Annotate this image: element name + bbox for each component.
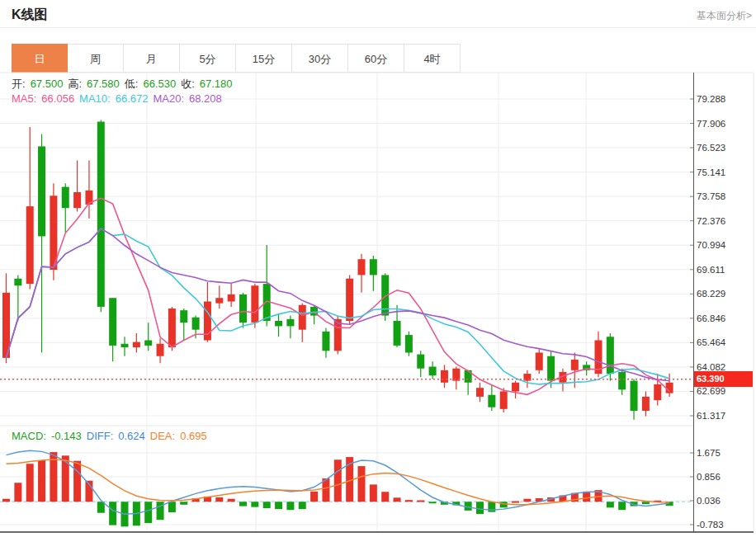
- candle-body: [654, 384, 661, 400]
- legend-value: 67.580: [87, 78, 120, 90]
- y-axis-label: 76.523: [697, 143, 725, 153]
- macd-bar: [334, 459, 342, 502]
- candle-body: [536, 352, 543, 370]
- macd-bar: [286, 502, 294, 510]
- ma10-line: [7, 228, 670, 384]
- legend-label: 高:: [68, 78, 82, 90]
- macd-bar: [394, 497, 401, 502]
- macd-bar: [299, 502, 306, 509]
- legend-label: MACD:: [12, 430, 46, 442]
- candle-body: [180, 310, 187, 323]
- candle-body: [228, 294, 235, 302]
- ohlc-legend: 开:67.500高:67.580低:66.530收:67.180: [12, 77, 238, 92]
- candle-body: [38, 146, 45, 236]
- candle-body: [500, 391, 508, 408]
- legend-label: DIFF:: [87, 430, 114, 442]
- candle-body: [405, 335, 413, 352]
- macd-bar: [429, 502, 437, 503]
- legend-value: 67.500: [31, 78, 64, 90]
- macd-legend: MACD:-0.143DIFF:0.624DEA:0.695: [12, 430, 212, 442]
- macd-bar: [215, 497, 223, 502]
- y-axis-label: 72.376: [697, 216, 725, 226]
- ma-legend: MA5:66.056MA10:66.672MA20:68.208: [12, 92, 227, 105]
- legend-value: 66.530: [143, 78, 176, 90]
- legend-value: -0.143: [51, 430, 82, 442]
- macd-bar: [239, 502, 247, 506]
- candle-body: [299, 305, 306, 330]
- macd-bar: [476, 502, 484, 514]
- y-axis-label: 66.846: [697, 313, 725, 323]
- legend-label: 低:: [125, 78, 139, 90]
- legend-value: 0.624: [118, 430, 145, 442]
- legend-value: 66.672: [116, 92, 149, 105]
- candle-body: [73, 192, 81, 208]
- ma5-line: [7, 198, 670, 394]
- legend-value: 66.056: [41, 92, 74, 105]
- candle-body: [157, 344, 164, 356]
- y-axis-label: 68.229: [697, 289, 725, 299]
- y-axis-label: 69.611: [697, 265, 725, 275]
- macd-bar: [14, 483, 21, 502]
- legend-label: MA5:: [12, 92, 36, 105]
- candle-body: [109, 298, 116, 346]
- candle-body: [488, 395, 495, 407]
- macd-bar: [512, 502, 519, 503]
- candle-body: [441, 370, 448, 383]
- candle-body: [14, 279, 21, 286]
- legend-value: 0.695: [180, 430, 207, 442]
- legend-label: MA20:: [153, 92, 184, 105]
- macd-bar: [417, 501, 424, 502]
- candle-body: [275, 321, 282, 326]
- legend-value: 68.208: [189, 92, 222, 105]
- y-axis-label: 77.906: [697, 119, 725, 129]
- macd-bar: [405, 500, 413, 502]
- candle-body: [631, 381, 638, 411]
- y-axis-label: 73.758: [697, 191, 725, 201]
- candle-body: [144, 340, 152, 345]
- macd-bar: [26, 464, 34, 502]
- candle-body: [618, 372, 626, 389]
- candle-body: [394, 321, 401, 346]
- macd-bar: [523, 499, 531, 502]
- macd-bar: [144, 502, 152, 523]
- candle-body: [607, 337, 614, 374]
- y-axis-label: 64.082: [697, 362, 725, 372]
- candle-body: [133, 342, 140, 347]
- legend-label: DEA:: [150, 430, 175, 442]
- legend-label: MA10:: [79, 92, 111, 105]
- macd-axis-label: 0.036: [697, 496, 721, 506]
- candle-body: [168, 309, 176, 347]
- macd-bar: [97, 502, 105, 512]
- y-axis-label: 61.317: [697, 411, 725, 421]
- candle-body: [358, 259, 366, 275]
- y-axis-label: 70.994: [697, 240, 726, 250]
- macd-bar: [583, 492, 590, 502]
- candle-body: [512, 383, 519, 392]
- macd-bar: [370, 484, 377, 502]
- macd-bar: [500, 502, 508, 507]
- macd-axis-label: -0.783: [697, 520, 724, 530]
- candle-body: [121, 344, 129, 347]
- macd-bar: [275, 502, 282, 509]
- macd-bar: [73, 461, 81, 502]
- y-axis-label: 62.699: [697, 386, 725, 396]
- candle-body: [417, 355, 424, 369]
- y-axis-label: 75.141: [697, 167, 725, 177]
- legend-label: 开:: [12, 78, 26, 90]
- macd-bar: [2, 499, 10, 502]
- legend-label: 收:: [181, 78, 195, 90]
- macd-bar: [381, 492, 389, 502]
- candle-body: [547, 356, 555, 381]
- candle-body: [346, 279, 353, 321]
- candle-body: [97, 122, 105, 307]
- macd-bar: [607, 502, 614, 507]
- macd-bar: [228, 499, 235, 502]
- candle-body: [571, 360, 579, 370]
- candle-body: [322, 332, 329, 351]
- legend-value: 67.180: [200, 78, 233, 90]
- candle-body: [215, 298, 223, 303]
- candle-body: [429, 367, 437, 376]
- macd-bar: [251, 502, 258, 506]
- last-price-badge: 63.390: [694, 371, 753, 387]
- candle-body: [239, 294, 247, 323]
